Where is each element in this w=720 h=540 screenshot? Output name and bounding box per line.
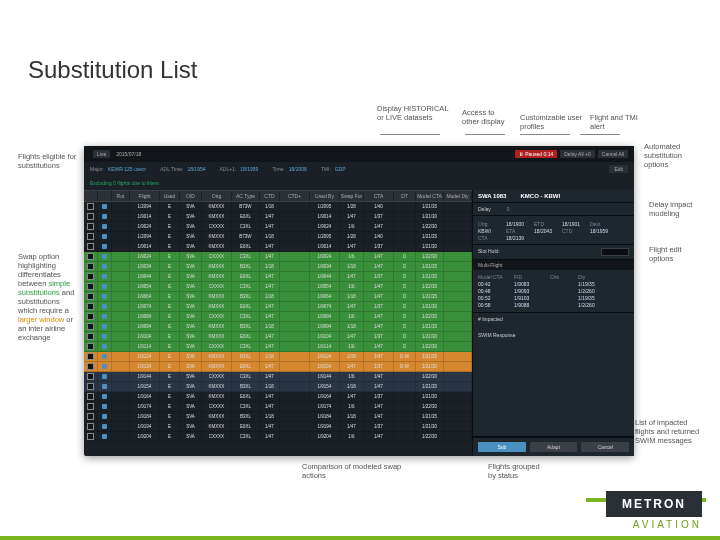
table-row[interactable]: 1/9074ESVAKMXXXE6XL1/471/90741/471/37D1/…	[84, 302, 472, 312]
row-checkbox[interactable]	[84, 222, 98, 231]
cancel-all-button[interactable]: Cancel All	[598, 150, 628, 158]
row-checkbox[interactable]	[84, 252, 98, 261]
cell: 1/21/30	[416, 272, 444, 281]
column-header[interactable]: Orig	[202, 191, 232, 201]
row-checkbox[interactable]	[84, 242, 98, 251]
table-row[interactable]: 1/9124ESVAKMXXXB3XL1/181/91241/181/47D-W…	[84, 352, 472, 362]
row-checkbox[interactable]	[84, 272, 98, 281]
row-checkbox[interactable]	[84, 392, 98, 401]
cell: 1/6	[340, 282, 364, 291]
column-header[interactable]: AC Type	[232, 191, 260, 201]
column-header[interactable]: Rot	[112, 191, 130, 201]
column-header[interactable]	[84, 191, 98, 201]
cell: SVA	[180, 292, 202, 301]
row-checkbox[interactable]	[84, 312, 98, 321]
table-row[interactable]: 1/9154ESVAKMXXXB3XL1/181/91541/181/471/2…	[84, 382, 472, 392]
cell: 1/21/30	[416, 332, 444, 341]
callout-edit: Flight edit options	[649, 245, 695, 263]
table-row[interactable]: 1/9184ESVAKMXXXB3XL1/181/91841/181/471/2…	[84, 412, 472, 422]
cell: 1/47	[340, 392, 364, 401]
row-status-icon	[98, 382, 112, 391]
edit-filters-button[interactable]: Edit	[609, 165, 628, 173]
cell: E	[160, 302, 180, 311]
filter-major[interactable]: KEWR 125 usecr	[108, 166, 146, 172]
column-header[interactable]: Model CTA	[416, 191, 444, 201]
filter-tmi[interactable]: GDP	[335, 166, 346, 172]
row-checkbox[interactable]	[84, 302, 98, 311]
table-row[interactable]: 1/9024ESVACXXXXC3XL1/471/90241/61/471/22…	[84, 222, 472, 232]
table-row[interactable]: 1/9094ESVAKMXXXB3XL1/181/90941/181/47D1/…	[84, 322, 472, 332]
table-row[interactable]: 1/9054ESVACXXXXC3XL1/471/90541/61/47D1/2…	[84, 282, 472, 292]
column-header[interactable]: DT	[394, 191, 416, 201]
cell: 1/47	[260, 342, 280, 351]
cell: 1/21/35	[416, 232, 444, 241]
cell: 1/47	[340, 242, 364, 251]
table-row[interactable]: 1/9014ESVAKMXXXE6XL1/471/90141/471/371/2…	[84, 242, 472, 252]
cancel-button[interactable]: Cancel	[581, 442, 629, 452]
row-checkbox[interactable]	[84, 372, 98, 381]
row-checkbox[interactable]	[84, 352, 98, 361]
cell	[112, 432, 130, 441]
sub-button[interactable]: Sub	[478, 442, 526, 452]
row-checkbox[interactable]	[84, 382, 98, 391]
row-status-icon	[98, 422, 112, 431]
pause-button[interactable]: ⏸ Paused 0:14	[515, 150, 557, 158]
column-header[interactable]: CTD	[260, 191, 280, 201]
table-row[interactable]: 1/9064ESVAKMXXXB3XL1/181/90641/181/47D1/…	[84, 292, 472, 302]
row-checkbox[interactable]	[84, 342, 98, 351]
column-header[interactable]: Used By	[310, 191, 340, 201]
row-checkbox[interactable]	[84, 202, 98, 211]
table-row[interactable]: 1/9114ESVACXXXXC3XL1/471/91141/61/47D1/2…	[84, 342, 472, 352]
slot-hold-input[interactable]	[601, 248, 629, 256]
cell	[394, 372, 416, 381]
row-checkbox[interactable]	[84, 412, 98, 421]
column-header[interactable]: CTA	[364, 191, 394, 201]
column-header[interactable]: Used	[160, 191, 180, 201]
row-checkbox[interactable]	[84, 402, 98, 411]
row-checkbox[interactable]	[84, 232, 98, 241]
row-checkbox[interactable]	[84, 322, 98, 331]
live-toggle[interactable]: Live	[93, 150, 110, 158]
table-row[interactable]: 1/2094ESVAKMXXXB73W1/181/20951/281/401/2…	[84, 232, 472, 242]
table-row[interactable]: 1/9164ESVAKMXXXE6XL1/471/91641/471/371/2…	[84, 392, 472, 402]
multi-grid-cell: 1/19/35	[578, 295, 602, 301]
cell	[280, 282, 310, 291]
table-row[interactable]: 1/9204ESVACXXXXC3XL1/471/92041/61/471/22…	[84, 432, 472, 442]
row-checkbox[interactable]	[84, 282, 98, 291]
column-header[interactable]: OID	[180, 191, 202, 201]
table-row[interactable]: 1/9174ESVACXXXXC3XL1/471/91741/61/471/22…	[84, 402, 472, 412]
row-checkbox[interactable]	[84, 432, 98, 441]
row-checkbox[interactable]	[84, 212, 98, 221]
cell: 1/22/30	[416, 282, 444, 291]
cell: D	[394, 322, 416, 331]
cell: SVA	[180, 262, 202, 271]
table-row[interactable]: 1/9044ESVAKMXXXE6XL1/471/90441/471/37D1/…	[84, 272, 472, 282]
row-checkbox[interactable]	[84, 262, 98, 271]
table-row[interactable]: 1/9034ESVAKMXXXB3XL1/181/90341/181/47D1/…	[84, 262, 472, 272]
table-row[interactable]: 1/9104ESVAKMXXXE6XL1/471/91041/471/37D1/…	[84, 332, 472, 342]
row-checkbox[interactable]	[84, 332, 98, 341]
cell	[280, 332, 310, 341]
row-checkbox[interactable]	[84, 362, 98, 371]
column-header[interactable]	[98, 191, 112, 201]
table-row[interactable]: 1/2094ESVAKMXXXB73W1/181/20951/281/401/2…	[84, 202, 472, 212]
cell	[444, 412, 472, 421]
column-header[interactable]: Swap For	[340, 191, 364, 201]
adapt-button[interactable]: Adapt	[530, 442, 578, 452]
cell: 1/37	[364, 392, 394, 401]
row-checkbox[interactable]	[84, 422, 98, 431]
column-header[interactable]: Flight	[130, 191, 160, 201]
cell: E	[160, 232, 180, 241]
cell	[280, 382, 310, 391]
column-header[interactable]: CTD+	[280, 191, 310, 201]
table-row[interactable]: 1/9144ESVACXXXXC3XL1/471/91441/61/471/22…	[84, 372, 472, 382]
column-header[interactable]: Model Dly	[444, 191, 472, 201]
table-row[interactable]: 1/9194ESVAKMXXXE6XL1/471/91941/471/371/2…	[84, 422, 472, 432]
table-row[interactable]: 1/9024ESVACXXXXC3XL1/471/90241/61/47D1/2…	[84, 252, 472, 262]
table-row[interactable]: 1/9134ESVAKMXXXE6XL1/471/91341/471/37D-W…	[84, 362, 472, 372]
table-row[interactable]: 1/9014ESVAKMXXXE6XL1/471/90141/471/371/2…	[84, 212, 472, 222]
delay-all-button[interactable]: Delay All +0	[560, 150, 595, 158]
row-checkbox[interactable]	[84, 292, 98, 301]
table-row[interactable]: 1/9084ESVACXXXXC3XL1/471/90841/61/47D1/2…	[84, 312, 472, 322]
cell: 1/21/30	[416, 362, 444, 371]
